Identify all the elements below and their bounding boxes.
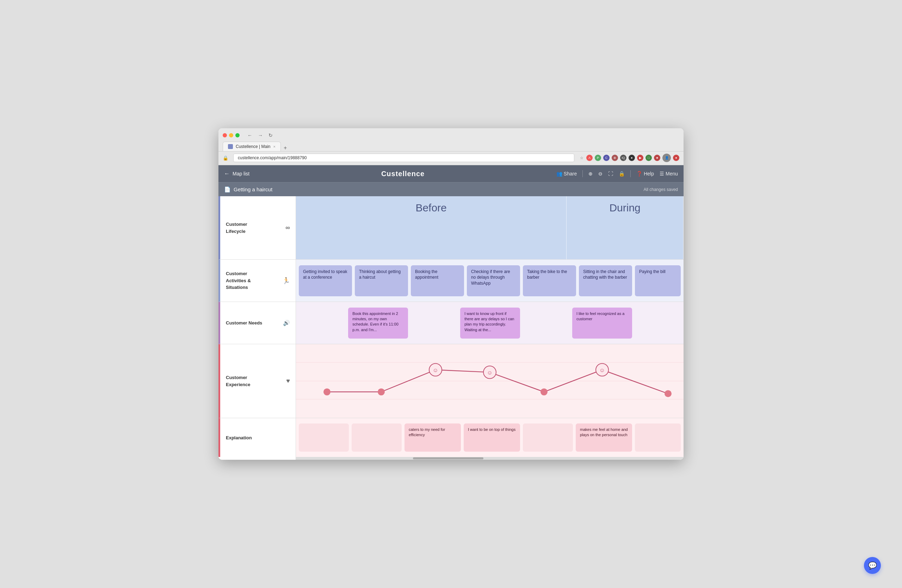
traffic-lights (223, 133, 240, 138)
browser-window: ← → ↻ Custellence | Main × + 🔒 ☆ A P C ⊗… (218, 128, 684, 460)
phase-during: During (567, 196, 684, 259)
zoom-in-button[interactable]: ⊕ (589, 171, 593, 177)
fullscreen-button[interactable]: ⛶ (608, 171, 613, 177)
forward-button[interactable]: → (256, 132, 265, 139)
ext-icon-10[interactable]: ● (673, 155, 679, 161)
tabs-row: Custellence | Main × + (223, 142, 679, 151)
autosave-status: All changes saved (644, 187, 678, 192)
menu-button[interactable]: ☰ Menu (659, 171, 678, 177)
explanation-empty-3 (523, 424, 573, 452)
topbar-divider-1 (583, 170, 583, 177)
maximize-window-button[interactable] (235, 133, 240, 138)
ext-icon-9[interactable]: ★ (654, 155, 660, 161)
security-icon: 🔒 (223, 155, 228, 161)
horizontal-scrollbar[interactable] (296, 457, 684, 460)
ext-icon-1[interactable]: A (586, 155, 593, 161)
doc-title-text[interactable]: Getting a haircut (233, 186, 272, 192)
active-tab[interactable]: Custellence | Main × (223, 142, 281, 151)
explanation-label-text: Explanation (226, 435, 252, 440)
bookmark-icon[interactable]: ☆ (579, 156, 584, 160)
activity-card-3[interactable]: Booking the appointment (411, 265, 464, 296)
row-label-explanation: Explanation (218, 418, 296, 457)
activity-card-5[interactable]: Taking the bike to the barber (523, 265, 576, 296)
experience-icon: ♥ (286, 377, 290, 385)
lifecycle-icon: ∞ (285, 224, 290, 231)
doc-title-area: 📄 Getting a haircut (224, 186, 272, 193)
browser-controls: ← → ↻ (223, 132, 679, 139)
explanation-empty-1 (299, 424, 349, 452)
browser-titlebar: ← → ↻ Custellence | Main × + (218, 128, 684, 152)
needs-card-1[interactable]: Book this appointment in 2 minutes, on m… (348, 308, 408, 339)
explanation-card-1[interactable]: caters to my need for efficiency (404, 424, 461, 452)
topbar-divider-2 (630, 170, 631, 177)
help-button[interactable]: ❓ Help (636, 171, 654, 177)
tab-title: Custellence | Main (236, 144, 271, 149)
activity-card-6[interactable]: Sitting in the chair and chatting with t… (579, 265, 632, 296)
row-label-lifecycle: Customer Lifecycle ∞ (218, 196, 296, 260)
activities-row: Getting invited to speak at a conference… (296, 260, 684, 302)
scrollbar-thumb[interactable] (413, 457, 484, 460)
doc-titlebar: 📄 Getting a haircut All changes saved (218, 182, 684, 196)
lock-button[interactable]: 🔒 (619, 171, 625, 177)
app-topbar: ← Map list Custellence 👥 Share ⊕ ⊖ ⛶ 🔒 (218, 165, 684, 182)
activity-card-1[interactable]: Getting invited to speak at a conference (299, 265, 352, 296)
close-window-button[interactable] (223, 133, 227, 138)
share-icon: 👥 (556, 171, 562, 177)
canvas-area: Customer Lifecycle ∞ Customer Activities… (218, 196, 684, 460)
minimize-window-button[interactable] (229, 133, 233, 138)
exp-point-2 (378, 388, 385, 395)
needs-card-2[interactable]: I want to know up front if there are any… (460, 308, 520, 339)
explanation-empty-2 (352, 424, 402, 452)
experience-chart: ☺ ☺ ☺ (296, 344, 684, 418)
ext-icon-3[interactable]: C (603, 155, 609, 161)
activity-card-7[interactable]: Paying the bill (635, 265, 681, 296)
svg-text:☺: ☺ (599, 367, 605, 373)
needs-row: Book this appointment in 2 minutes, on m… (296, 302, 684, 344)
exp-point-5 (540, 388, 548, 395)
zoom-in-icon: ⊕ (589, 171, 593, 177)
needs-icon: 🔊 (283, 319, 290, 326)
back-button[interactable]: ← (245, 132, 254, 139)
help-icon: ❓ (636, 171, 642, 177)
needs-card-3[interactable]: I like to feel recognized as a customer (572, 308, 632, 339)
ext-icon-7[interactable]: ▶ (637, 155, 644, 161)
tab-close-button[interactable]: × (273, 144, 276, 149)
row-label-experience: Customer Experience ♥ (218, 344, 296, 418)
chat-fab-button[interactable]: 💬 (864, 557, 881, 574)
user-avatar[interactable]: 👤 (662, 153, 671, 162)
content-scroll-area[interactable]: Before During Getting invited to speak a… (296, 196, 684, 460)
explanation-card-3[interactable]: makes me feel at home and plays on the p… (576, 424, 632, 452)
needs-label-text: Customer Needs (226, 320, 262, 325)
lifecycle-phase-row: Before During (296, 196, 684, 260)
explanation-card-2[interactable]: I want to be on top of things (464, 424, 520, 452)
new-tab-button[interactable]: + (281, 145, 290, 151)
explanation-empty-4 (635, 424, 681, 452)
ext-icon-4[interactable]: ⊗ (612, 155, 618, 161)
phase-before-label: Before (415, 202, 446, 214)
activity-card-4[interactable]: Checking if there are no delays through … (467, 265, 520, 296)
lock-icon: 🔒 (619, 171, 625, 177)
row-label-activities: Customer Activities & Situations 🏃 (218, 260, 296, 302)
ext-icon-2[interactable]: P (595, 155, 601, 161)
activities-icon: 🏃 (282, 277, 290, 285)
explanation-row: caters to my need for efficiency I want … (296, 418, 684, 457)
phase-during-label: During (609, 202, 640, 214)
zoom-out-button[interactable]: ⊖ (598, 171, 603, 177)
activity-card-2[interactable]: Thinking about getting a haircut (355, 265, 408, 296)
row-labels-column: Customer Lifecycle ∞ Customer Activities… (218, 196, 296, 460)
share-button[interactable]: 👥 Share (556, 171, 577, 177)
topbar-left: ← Map list (224, 170, 249, 177)
url-bar-row: 🔒 ☆ A P C ⊗ IQ ● ▶ □ ★ 👤 ● (218, 152, 684, 165)
refresh-button[interactable]: ↻ (266, 132, 275, 139)
map-list-link[interactable]: Map list (233, 171, 249, 177)
back-arrow-icon[interactable]: ← (224, 170, 230, 177)
row-label-needs: Customer Needs 🔊 (218, 302, 296, 344)
ext-icon-6[interactable]: ● (629, 155, 635, 161)
experience-label-text: Customer Experience (226, 374, 250, 388)
ext-icon-5[interactable]: IQ (620, 155, 626, 161)
phase-before: Before (296, 196, 567, 259)
app-brand-title: Custellence (381, 170, 424, 178)
tab-favicon (228, 144, 233, 149)
ext-icon-8[interactable]: □ (645, 155, 652, 161)
url-input[interactable] (233, 153, 574, 162)
